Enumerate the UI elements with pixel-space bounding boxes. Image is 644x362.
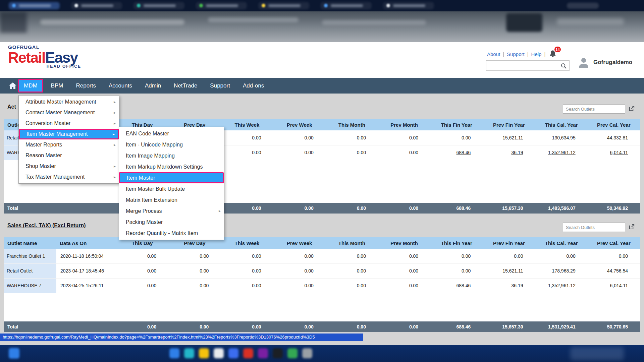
- search-icon-wrap[interactable]: [560, 63, 567, 70]
- nav-item-add-ons[interactable]: Add-ons: [236, 78, 270, 94]
- menu-item-packing-master[interactable]: Packing Master: [119, 217, 224, 228]
- status-bar-url: https://hqonlinedemo.gofrugal.com/RayMed…: [0, 334, 363, 341]
- nav-item-bpm[interactable]: BPM: [45, 78, 70, 94]
- value-cell: 0.00: [273, 263, 326, 278]
- value-cell: 0.00: [116, 278, 168, 293]
- menu-item-item-master-bulk-update[interactable]: Item Master Bulk Update: [119, 183, 224, 194]
- blurred-shape: [19, 4, 51, 7]
- total-value-cell: 0.00: [378, 203, 430, 214]
- value-cell: 0.00: [273, 130, 326, 145]
- menu-item-item-image-mapping[interactable]: Item Image Mapping: [119, 150, 224, 161]
- notifications-button[interactable]: 14: [549, 50, 557, 58]
- column-header-this-cal-year: This Cal. Year: [535, 119, 588, 130]
- value-link[interactable]: 688.46: [430, 145, 483, 160]
- menu-item-label: Attribute Master Management: [25, 99, 96, 105]
- column-header-prev-week: Prev Week: [273, 119, 326, 130]
- menu-item-reorder-quantity-matrix-item[interactable]: Reorder Quantity - Matrix Item: [119, 228, 224, 239]
- windows-taskbar[interactable]: [0, 345, 644, 362]
- menu-item-master-reports[interactable]: Master Reports▸: [19, 139, 119, 150]
- total-value-cell: 688.46: [430, 321, 483, 332]
- menu-item-tax-master-management[interactable]: Tax Master Management▸: [19, 172, 119, 182]
- blurred-shape: [273, 348, 283, 358]
- value-cell: 0.00: [326, 145, 378, 160]
- app-header: GOFRUGAL RetailEasy HEAD OFFICE About|Su…: [0, 42, 644, 78]
- header-link-about[interactable]: About: [487, 51, 500, 57]
- menu-item-label: Item Master: [127, 175, 155, 181]
- separator: |: [503, 51, 504, 57]
- column-header-this-week: This Week: [221, 119, 273, 130]
- blurred-shape: [324, 4, 328, 7]
- stock-search-box: [563, 104, 625, 114]
- empty-area: [4, 293, 640, 321]
- total-value-cell: 0.00: [116, 321, 168, 332]
- total-value-cell: 1,531,929.41: [535, 321, 588, 332]
- menu-item-matrix-item-extension[interactable]: Matrix Item Extension: [119, 194, 224, 205]
- blurred-shape: [243, 348, 253, 358]
- header-search-input[interactable]: [486, 61, 569, 70]
- blurred-shape: [570, 347, 624, 360]
- chevron-right-icon: ▸: [113, 130, 115, 138]
- value-cell: 6,014.11: [588, 278, 640, 293]
- menu-item-shop-master[interactable]: Shop Master▸: [19, 161, 119, 172]
- header-link-support[interactable]: Support: [507, 51, 525, 57]
- nav-item-support[interactable]: Support: [204, 78, 236, 94]
- blurred-shape: [262, 4, 265, 7]
- header-search: [486, 60, 570, 71]
- value-link[interactable]: 15,621.11: [483, 130, 535, 145]
- column-header-prev-cal-year: Prev Cal. Year: [588, 119, 640, 130]
- blurred-shape: [567, 3, 599, 9]
- menu-item-merge-process[interactable]: Merge Process▸: [119, 205, 224, 217]
- nav-items: MDMBPMReportsAccountsAdminNetTradeSuppor…: [18, 78, 270, 94]
- value-link[interactable]: 1,352,961.12: [535, 145, 588, 160]
- nav-item-nettrade[interactable]: NetTrade: [167, 78, 204, 94]
- value-link[interactable]: 44,332.81: [588, 130, 640, 145]
- value-cell: 44,756.54: [588, 263, 640, 278]
- value-link[interactable]: 130,634.95: [535, 130, 588, 145]
- total-value-cell: 688.46: [430, 203, 483, 214]
- menu-item-item-unicode-mapping[interactable]: Item - Unicode Mapping: [119, 139, 224, 150]
- menu-item-label: Item Image Mapping: [126, 153, 175, 159]
- user-menu[interactable]: Gofrugaldemo: [578, 56, 632, 68]
- menu-item-contact-master-management[interactable]: Contact Master Management▸: [19, 107, 119, 118]
- menu-item-attribute-master-management[interactable]: Attribute Master Management▸: [19, 97, 119, 107]
- outlet-name-cell: Retail Outlet: [4, 263, 56, 278]
- value-cell: 0.00: [430, 249, 483, 263]
- chevron-right-icon: ▸: [114, 172, 116, 182]
- value-cell: 0.00: [116, 263, 168, 278]
- menu-item-ean-code-master[interactable]: EAN Code Master: [119, 128, 224, 139]
- menu-item-reason-master[interactable]: Reason Master: [19, 150, 119, 161]
- open-in-new-window-icon[interactable]: [629, 105, 635, 112]
- header-link-help[interactable]: Help: [531, 51, 542, 57]
- sales-search-input[interactable]: [563, 223, 625, 232]
- menu-item-label: Item Master Management: [26, 131, 88, 137]
- total-value-cell: 0.00: [273, 321, 326, 332]
- nav-item-reports[interactable]: Reports: [69, 78, 102, 94]
- stock-section-title: Act: [7, 104, 16, 110]
- open-in-new-window-icon[interactable]: [629, 224, 635, 230]
- browser-toolbar: [0, 11, 644, 42]
- menu-item-conversion-master[interactable]: Conversion Master▸: [19, 118, 119, 129]
- outlet-row-warehouse-7: WAREHOUSE 72023-04-25 15:26:110.000.000.…: [4, 278, 640, 293]
- nav-item-admin[interactable]: Admin: [139, 78, 167, 94]
- value-cell: 0.00: [273, 145, 326, 160]
- home-button[interactable]: [9, 81, 17, 90]
- menu-item-label: EAN Code Master: [126, 131, 169, 136]
- menu-item-item-master[interactable]: Item Master: [119, 172, 224, 183]
- nav-item-accounts[interactable]: Accounts: [102, 78, 139, 94]
- blurred-shape: [302, 348, 312, 358]
- blurred-shape: [199, 4, 203, 7]
- chevron-right-icon: ▸: [114, 161, 116, 172]
- value-link[interactable]: 6,014.11: [588, 145, 640, 160]
- stock-search-input[interactable]: [563, 105, 625, 113]
- value-cell: 0.00: [483, 249, 535, 263]
- total-value-cell: 50,770.65: [588, 321, 640, 332]
- product-name: RetailEasy: [8, 50, 86, 65]
- menu-item-item-master-management[interactable]: Item Master Management▸: [19, 129, 119, 139]
- avatar-icon: [578, 56, 590, 68]
- menu-item-label: Item - Unicode Mapping: [126, 142, 183, 147]
- value-link[interactable]: 36.19: [483, 145, 535, 160]
- nav-item-mdm[interactable]: MDM: [18, 79, 43, 93]
- blurred-shape: [228, 348, 238, 358]
- menu-item-item-markup-markdown-settings[interactable]: Item Markup Markdown Settings: [119, 161, 224, 172]
- total-empty-cell: [56, 321, 116, 332]
